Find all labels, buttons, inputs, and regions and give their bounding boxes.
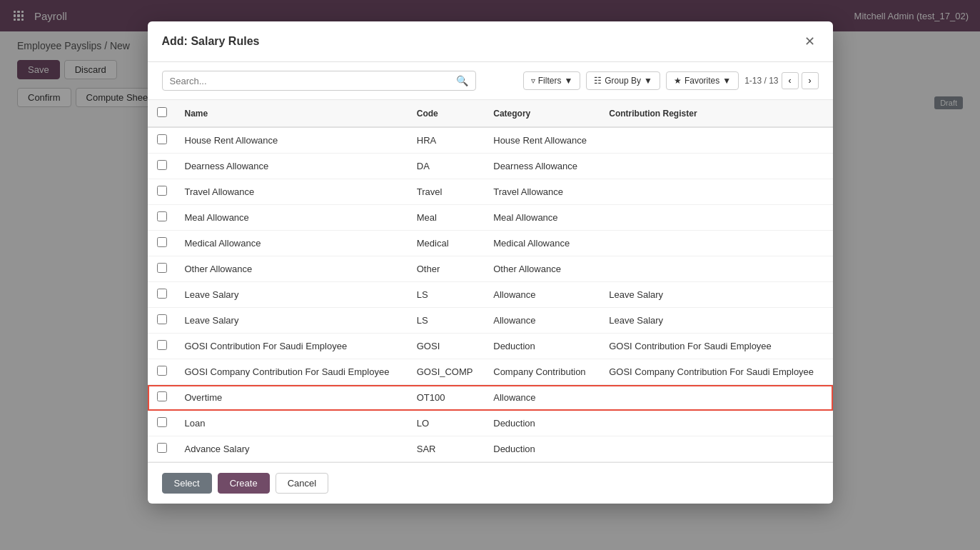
- row-checkbox-cell[interactable]: [148, 205, 176, 231]
- row-category: Allowance: [485, 385, 600, 411]
- row-name: Travel Allowance: [176, 179, 408, 205]
- prev-page-button[interactable]: ‹: [782, 72, 799, 89]
- table-row[interactable]: Leave SalaryLSAllowanceLeave Salary: [148, 282, 833, 308]
- table-row[interactable]: Travel AllowanceTravelTravel Allowance: [148, 179, 833, 205]
- row-contribution: [600, 231, 832, 256]
- row-name: House Rent Allowance: [176, 127, 408, 154]
- search-input[interactable]: [170, 76, 452, 86]
- group-by-icon: ☷: [594, 76, 602, 86]
- row-checkbox[interactable]: [157, 134, 167, 144]
- row-checkbox-cell[interactable]: [148, 256, 176, 282]
- table-header: Name Code Category Contribution Register: [148, 100, 833, 127]
- search-box[interactable]: 🔍: [162, 71, 476, 91]
- select-all-header[interactable]: [148, 100, 176, 127]
- row-name: Meal Allowance: [176, 205, 408, 231]
- row-checkbox[interactable]: [157, 160, 167, 170]
- table-row[interactable]: Advance SalarySARDeduction: [148, 436, 833, 462]
- row-checkbox-cell[interactable]: [148, 334, 176, 359]
- create-button[interactable]: Create: [218, 473, 270, 494]
- filters-button[interactable]: ▿ Filters ▼: [523, 71, 581, 90]
- filters-chevron: ▼: [564, 76, 572, 86]
- table-row[interactable]: Meal AllowanceMealMeal Allowance: [148, 205, 833, 231]
- row-code: OT100: [408, 385, 485, 411]
- row-checkbox[interactable]: [157, 186, 167, 196]
- row-contribution: [600, 436, 832, 462]
- row-category: Company Contribution: [485, 359, 600, 385]
- row-contribution: GOSI Company Contribution For Saudi Empl…: [600, 359, 832, 385]
- table-row[interactable]: GOSI Contribution For Saudi EmployeeGOSI…: [148, 334, 833, 359]
- table-row[interactable]: Leave SalaryLSAllowanceLeave Salary: [148, 308, 833, 334]
- group-by-button[interactable]: ☷ Group By ▼: [586, 71, 660, 90]
- favorites-label: Favorites: [685, 76, 719, 86]
- row-checkbox[interactable]: [157, 211, 167, 221]
- row-name: Leave Salary: [176, 308, 408, 334]
- row-checkbox[interactable]: [157, 417, 167, 427]
- row-checkbox-cell[interactable]: [148, 282, 176, 308]
- close-button[interactable]: ✕: [802, 33, 819, 50]
- row-name: GOSI Contribution For Saudi Employee: [176, 334, 408, 359]
- row-contribution: [600, 127, 832, 154]
- row-checkbox[interactable]: [157, 289, 167, 299]
- name-header: Name: [176, 100, 408, 127]
- salary-rules-table: Name Code Category Contribution Register…: [148, 100, 833, 462]
- row-checkbox-cell[interactable]: [148, 385, 176, 411]
- row-category: Deduction: [485, 436, 600, 462]
- row-code: SAR: [408, 436, 485, 462]
- row-code: HRA: [408, 127, 485, 154]
- row-checkbox[interactable]: [157, 237, 167, 247]
- favorites-button[interactable]: ★ Favorites ▼: [666, 71, 739, 90]
- row-name: Dearness Allowance: [176, 154, 408, 179]
- group-by-label: Group By: [605, 76, 641, 86]
- row-category: Deduction: [485, 411, 600, 436]
- row-code: LS: [408, 308, 485, 334]
- row-name: Overtime: [176, 385, 408, 411]
- filter-icon: ▿: [531, 76, 535, 86]
- group-by-chevron: ▼: [644, 76, 652, 86]
- row-checkbox-cell[interactable]: [148, 179, 176, 205]
- row-checkbox-cell[interactable]: [148, 154, 176, 179]
- row-code: GOSI_COMP: [408, 359, 485, 385]
- row-name: Advance Salary: [176, 436, 408, 462]
- row-category: Allowance: [485, 308, 600, 334]
- cancel-button[interactable]: Cancel: [276, 473, 328, 494]
- row-checkbox-cell[interactable]: [148, 308, 176, 334]
- row-category: Travel Allowance: [485, 179, 600, 205]
- select-button[interactable]: Select: [162, 473, 212, 494]
- code-header: Code: [408, 100, 485, 127]
- table-row[interactable]: Medical AllowanceMedicalMedical Allowanc…: [148, 231, 833, 256]
- table-row[interactable]: Dearness AllowanceDADearness Allowance: [148, 154, 833, 179]
- table-row[interactable]: OvertimeOT100Allowance: [148, 385, 833, 411]
- row-name: Other Allowance: [176, 256, 408, 282]
- row-checkbox-cell[interactable]: [148, 359, 176, 385]
- favorites-chevron: ▼: [722, 76, 731, 86]
- table-body: House Rent AllowanceHRAHouse Rent Allowa…: [148, 127, 833, 462]
- row-checkbox-cell[interactable]: [148, 127, 176, 154]
- row-checkbox[interactable]: [157, 314, 167, 324]
- table-row[interactable]: GOSI Company Contribution For Saudi Empl…: [148, 359, 833, 385]
- row-checkbox-cell[interactable]: [148, 436, 176, 462]
- row-contribution: [600, 179, 832, 205]
- row-name: Medical Allowance: [176, 231, 408, 256]
- search-icon: 🔍: [456, 75, 468, 86]
- table-row[interactable]: LoanLODeduction: [148, 411, 833, 436]
- next-page-button[interactable]: ›: [802, 72, 819, 89]
- row-checkbox-cell[interactable]: [148, 411, 176, 436]
- row-checkbox[interactable]: [157, 443, 167, 453]
- table-row[interactable]: House Rent AllowanceHRAHouse Rent Allowa…: [148, 127, 833, 154]
- row-checkbox[interactable]: [157, 263, 167, 273]
- star-icon: ★: [674, 76, 682, 86]
- row-checkbox-cell[interactable]: [148, 231, 176, 256]
- row-contribution: [600, 385, 832, 411]
- row-checkbox[interactable]: [157, 366, 167, 376]
- select-all-checkbox[interactable]: [157, 107, 167, 117]
- row-code: LO: [408, 411, 485, 436]
- row-contribution: [600, 154, 832, 179]
- row-name: Leave Salary: [176, 282, 408, 308]
- row-checkbox[interactable]: [157, 391, 167, 401]
- filter-buttons: ▿ Filters ▼ ☷ Group By ▼ ★ Favorites ▼ 1…: [523, 71, 819, 90]
- row-checkbox[interactable]: [157, 340, 167, 350]
- row-contribution: GOSI Contribution For Saudi Employee: [600, 334, 832, 359]
- table-row[interactable]: Other AllowanceOtherOther Allowance: [148, 256, 833, 282]
- row-name: GOSI Company Contribution For Saudi Empl…: [176, 359, 408, 385]
- row-code: Other: [408, 256, 485, 282]
